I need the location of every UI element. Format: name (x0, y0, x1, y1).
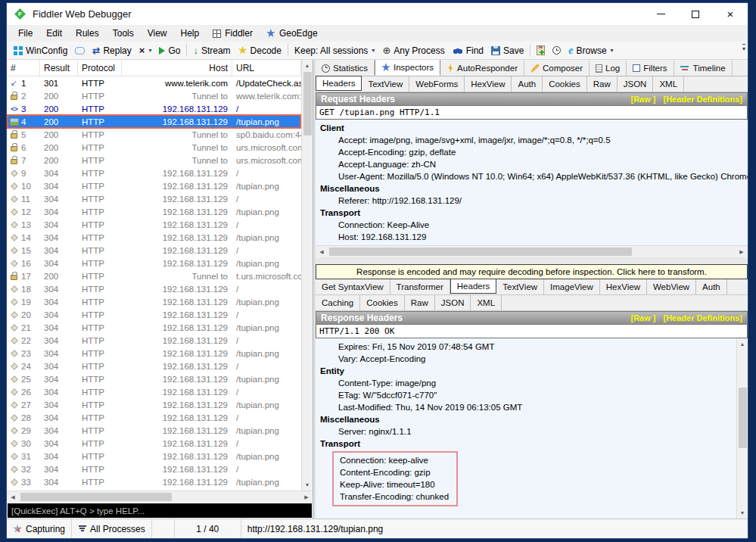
response-tab-headers[interactable]: Headers (450, 279, 496, 294)
table-row[interactable]: 28304HTTP192.168.131.129/ (7, 411, 301, 424)
column-header-host[interactable]: Host (122, 60, 232, 76)
remove-button[interactable]: ×▾ (135, 43, 156, 58)
scrollbar-thumb[interactable] (739, 388, 747, 448)
toolbar-overflow-button[interactable]: ▾ (742, 44, 745, 52)
go-button[interactable]: Go (155, 44, 184, 58)
response-tab-cookies[interactable]: Cookies (360, 295, 405, 310)
response-tab-get-syntaxview[interactable]: Get SyntaxView (316, 279, 390, 294)
request-tab-json[interactable]: JSON (618, 76, 654, 92)
table-row[interactable]: 4200HTTP192.168.131.129/tupian.png (7, 115, 301, 128)
table-row[interactable]: 14304HTTP192.168.131.129/tupian.png (7, 231, 301, 244)
scrollbar-thumb[interactable] (329, 248, 632, 256)
column-header-url[interactable]: URL (232, 60, 301, 76)
any-process-button[interactable]: ⊕Any Process (378, 43, 448, 58)
scroll-right-icon[interactable]: ▶ (736, 246, 748, 257)
response-tab-hexview[interactable]: HexView (600, 279, 647, 294)
raw-link[interactable]: [Raw ] (630, 95, 655, 104)
find-button[interactable]: Find (449, 44, 487, 58)
decode-button[interactable]: Decode (235, 44, 285, 58)
table-row[interactable]: 13304HTTP192.168.131.129/ (7, 218, 301, 231)
table-row[interactable]: 31304HTTP192.168.131.129/tupian.png (7, 450, 301, 463)
table-row[interactable]: 11304HTTP192.168.131.129/ (7, 192, 301, 205)
response-vertical-scrollbar[interactable]: ▲ ▼ (736, 338, 748, 519)
table-row[interactable]: 32304HTTP192.168.131.129/ (7, 463, 301, 475)
browse-button[interactable]: eBrowse▾ (565, 44, 617, 58)
tab-composer[interactable]: Composer (524, 61, 590, 76)
tab-filters[interactable]: Filters (627, 61, 674, 76)
request-tab-raw[interactable]: Raw (587, 76, 618, 92)
keep-sessions-dropdown[interactable]: Keep: All sessions▾ (291, 44, 378, 58)
session-list-horizontal-scrollbar[interactable]: ◀ ▶ (7, 491, 313, 503)
menu-item-rules[interactable]: Rules (69, 26, 106, 40)
close-button[interactable]: × (713, 3, 748, 25)
table-row[interactable]: 27304HTTP192.168.131.129/tupian.png (7, 398, 301, 411)
table-row[interactable]: 16304HTTP192.168.131.129/tupian.png (7, 257, 301, 269)
scrollbar-thumb[interactable] (303, 72, 312, 136)
response-tab-raw[interactable]: Raw (405, 295, 435, 310)
scroll-left-icon[interactable]: ◀ (7, 491, 19, 503)
table-row[interactable]: 33304HTTP192.168.131.129/tupian.png (7, 475, 301, 488)
table-row[interactable]: 29304HTTP192.168.131.129/tupian.png (7, 424, 301, 437)
table-row[interactable]: 18304HTTP192.168.131.129/ (7, 282, 301, 295)
table-row[interactable]: 26304HTTP192.168.131.129/ (7, 385, 301, 398)
table-row[interactable]: 23304HTTP192.168.131.129/tupian.png (7, 347, 301, 360)
table-row[interactable]: 7200HTTPTunnel tours.microsoft.com:443 (7, 154, 301, 167)
menu-item-file[interactable]: File (11, 26, 39, 40)
menu-item-view[interactable]: View (141, 26, 174, 40)
minimize-button[interactable] (643, 3, 678, 25)
table-row[interactable]: 22304HTTP192.168.131.129/ (7, 334, 301, 347)
table-row[interactable]: 15304HTTP192.168.131.129/ (7, 244, 301, 257)
table-row[interactable]: 10304HTTP192.168.131.129/tupian.png (7, 179, 301, 192)
maximize-button[interactable] (678, 3, 713, 25)
response-tab-imageview[interactable]: ImageView (544, 279, 600, 294)
table-row[interactable]: 12304HTTP192.168.131.129/tupian.png (7, 205, 301, 218)
process-filter-toggle[interactable]: All Processes (72, 519, 152, 538)
table-row[interactable]: 6200HTTPTunnel tours.microsoft.com:443 (7, 141, 301, 154)
menu-item-tools[interactable]: Tools (106, 26, 141, 40)
table-row[interactable]: 5200HTTPTunnel tosp0.baidu.com:443 (7, 128, 301, 141)
capturing-toggle[interactable]: Capturing (7, 519, 72, 538)
table-row[interactable]: ↙1301HTTPwww.telerik.com/UpdateCheck.asp… (7, 76, 301, 89)
table-row[interactable]: 9304HTTP192.168.131.129/ (7, 167, 301, 179)
request-tab-webforms[interactable]: WebForms (409, 76, 465, 92)
request-tab-textview[interactable]: TextView (362, 76, 409, 92)
table-row[interactable]: 19304HTTP192.168.131.129/tupian.png (7, 295, 301, 308)
menu-item-edit[interactable]: Edit (39, 26, 69, 40)
response-tab-webview[interactable]: WebView (647, 279, 696, 294)
stream-button[interactable]: ↓Stream (189, 43, 234, 58)
column-header-result[interactable]: Result (40, 60, 78, 76)
tab-log[interactable]: Log (590, 61, 627, 76)
raw-link[interactable]: [Raw ] (630, 313, 655, 322)
table-row[interactable]: <>3200HTTP192.168.131.129/ (7, 102, 301, 115)
response-tab-transformer[interactable]: Transformer (390, 279, 450, 294)
response-encoding-warning[interactable]: Response is encoded and may require deco… (316, 264, 748, 279)
scroll-up-icon[interactable]: ▲ (302, 60, 313, 71)
response-tab-xml[interactable]: XML (471, 295, 502, 310)
response-tab-textview[interactable]: TextView (496, 279, 544, 294)
response-tab-auth[interactable]: Auth (696, 279, 727, 294)
table-row[interactable]: 25304HTTP192.168.131.129/tupian.png (7, 372, 301, 385)
tab-statistics[interactable]: Statistics (316, 61, 375, 76)
request-tab-auth[interactable]: Auth (512, 76, 543, 92)
response-tab-json[interactable]: JSON (435, 295, 471, 310)
timer-button[interactable] (549, 45, 565, 56)
scroll-up-icon[interactable]: ▲ (737, 338, 748, 350)
scrollbar-thumb[interactable] (20, 493, 172, 501)
header-definitions-link[interactable]: [Header Definitions] (663, 313, 742, 322)
scroll-right-icon[interactable]: ▶ (300, 491, 313, 503)
request-tab-cookies[interactable]: Cookies (543, 76, 587, 92)
save-button[interactable]: Save (487, 44, 527, 58)
request-tab-hexview[interactable]: HexView (465, 76, 512, 92)
menu-item-geoedge[interactable]: GeoEdge (260, 26, 325, 40)
table-row[interactable]: 17200HTTPTunnel tot.urs.microsoft.com:4 (7, 269, 301, 282)
table-row[interactable]: 20304HTTP192.168.131.129/ (7, 308, 301, 321)
scroll-down-icon[interactable]: ▼ (302, 479, 313, 491)
screenshot-button[interactable] (533, 44, 549, 57)
comment-button[interactable] (71, 45, 89, 56)
table-row[interactable]: 2200HTTPTunnel towww.telerik.com:443 (7, 89, 301, 102)
menu-item-fiddler[interactable]: Fiddler (206, 26, 260, 40)
request-horizontal-scrollbar[interactable]: ◀ ▶ (316, 245, 748, 257)
session-list-vertical-scrollbar[interactable]: ▲ ▼ (301, 60, 313, 491)
table-row[interactable]: 30304HTTP192.168.131.129/ (7, 437, 301, 450)
replay-button[interactable]: ⇄Replay (89, 44, 135, 58)
